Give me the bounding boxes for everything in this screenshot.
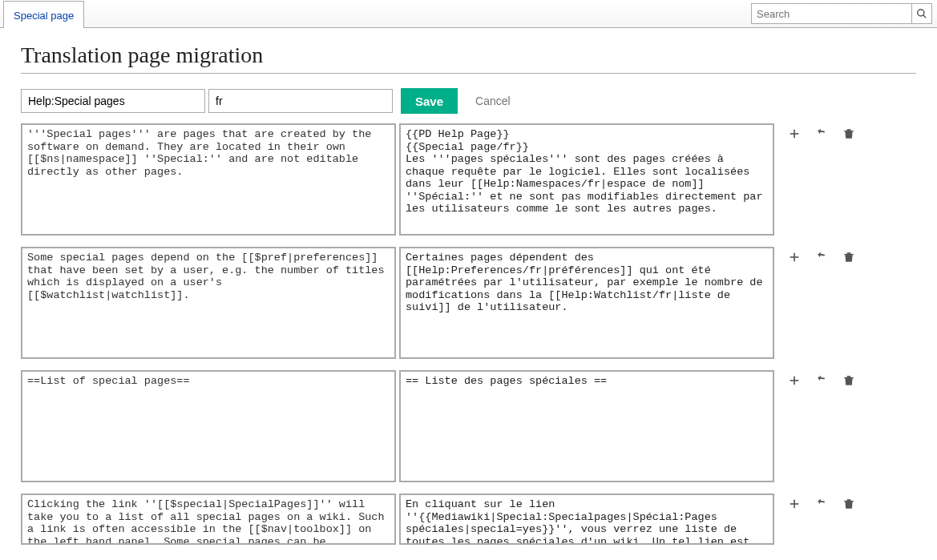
swap-icon[interactable] — [814, 373, 829, 388]
search-icon — [916, 8, 927, 19]
search-button[interactable] — [911, 3, 932, 24]
unit-actions — [777, 123, 856, 141]
source-text — [21, 494, 396, 545]
unit-actions — [777, 370, 856, 388]
target-text[interactable] — [399, 370, 774, 482]
unit-row — [21, 494, 916, 545]
target-text[interactable] — [399, 123, 774, 236]
svg-rect-13 — [844, 377, 854, 378]
search-wrap — [746, 0, 937, 27]
delete-icon[interactable] — [842, 497, 856, 511]
units-list — [21, 123, 916, 545]
page-title-input[interactable] — [21, 89, 205, 113]
controls-row: Save Cancel — [21, 88, 916, 114]
svg-rect-5 — [844, 131, 854, 131]
unit-row — [21, 370, 916, 482]
svg-point-0 — [918, 10, 924, 16]
delete-icon[interactable] — [842, 250, 856, 264]
svg-rect-8 — [847, 252, 851, 254]
cancel-link[interactable]: Cancel — [475, 95, 511, 107]
target-text[interactable] — [399, 494, 774, 545]
search-input[interactable] — [751, 3, 911, 24]
source-text — [21, 370, 396, 482]
add-icon[interactable] — [787, 250, 802, 264]
content-area: Translation page migration Save Cancel — [0, 28, 937, 560]
swap-icon[interactable] — [814, 250, 829, 264]
svg-rect-12 — [847, 376, 851, 377]
unit-actions — [777, 247, 856, 264]
unit-row — [21, 123, 916, 236]
svg-rect-4 — [847, 129, 851, 131]
source-text — [21, 123, 396, 236]
tab-special-page[interactable]: Special page — [3, 1, 84, 28]
target-text[interactable] — [399, 247, 774, 359]
unit-row — [21, 247, 916, 359]
source-text — [21, 247, 396, 359]
svg-rect-17 — [844, 501, 854, 502]
svg-rect-16 — [847, 499, 851, 501]
unit-actions — [777, 494, 856, 511]
add-icon[interactable] — [787, 373, 802, 388]
add-icon[interactable] — [787, 497, 802, 511]
swap-icon[interactable] — [814, 127, 829, 141]
add-icon[interactable] — [787, 127, 802, 141]
page-title: Translation page migration — [21, 42, 916, 74]
svg-line-1 — [923, 15, 927, 18]
delete-icon[interactable] — [842, 127, 856, 141]
delete-icon[interactable] — [842, 373, 856, 388]
top-bar: Special page — [0, 0, 937, 28]
swap-icon[interactable] — [814, 497, 829, 511]
save-button[interactable]: Save — [401, 88, 458, 114]
language-input[interactable] — [208, 89, 393, 113]
svg-rect-9 — [844, 254, 854, 255]
